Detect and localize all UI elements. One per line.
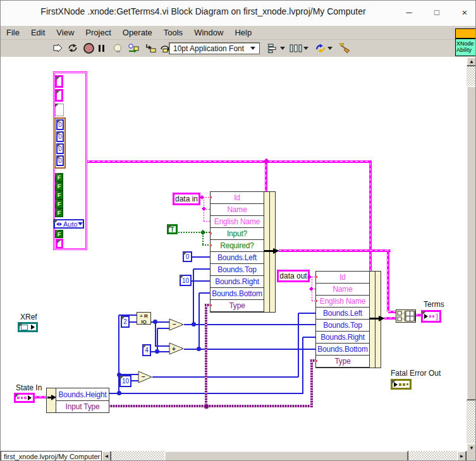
unbundle-field[interactable]: Input Type bbox=[56, 400, 109, 412]
numeric-wire[interactable] bbox=[302, 337, 303, 394]
numeric-wire[interactable] bbox=[151, 351, 169, 352]
boolean-true-constant[interactable]: T bbox=[167, 224, 178, 234]
bundle-field[interactable]: Type bbox=[316, 356, 369, 368]
xref-label[interactable]: XRef bbox=[20, 313, 37, 321]
boolean-false-constant[interactable]: F bbox=[55, 191, 63, 200]
scrollbar-track[interactable] bbox=[467, 66, 476, 443]
numeric-constant[interactable]: 2 bbox=[121, 316, 130, 328]
boolean-false-constant[interactable]: F bbox=[55, 208, 63, 217]
enum-constant-auto[interactable]: Auto bbox=[54, 219, 84, 229]
boolean-false-constant[interactable]: F bbox=[55, 173, 63, 182]
cluster-wire[interactable] bbox=[87, 160, 372, 163]
string-constant[interactable] bbox=[55, 89, 63, 102]
cluster-wire[interactable] bbox=[279, 249, 391, 252]
wire-junction[interactable] bbox=[204, 404, 209, 409]
bundle-field[interactable]: Bounds.Right bbox=[316, 332, 369, 344]
numeric-wire[interactable] bbox=[303, 337, 315, 338]
type-wire[interactable] bbox=[205, 304, 207, 407]
bundle-field[interactable]: Bounds.Bottom bbox=[211, 288, 264, 300]
string-constant[interactable] bbox=[55, 75, 63, 88]
bundle-field[interactable]: Name bbox=[211, 204, 264, 216]
bundle-field[interactable]: Bounds.Top bbox=[316, 320, 369, 332]
type-wire[interactable] bbox=[310, 359, 313, 407]
state-in-label[interactable]: State In bbox=[16, 383, 42, 392]
numeric-wire[interactable] bbox=[193, 269, 194, 325]
cluster-wire[interactable] bbox=[369, 160, 372, 272]
subtract-node[interactable]: − bbox=[138, 371, 153, 383]
bundle-field[interactable]: Type bbox=[211, 300, 264, 312]
numeric-constant[interactable]: 10 bbox=[180, 275, 192, 286]
data-out-label[interactable]: data out bbox=[277, 270, 310, 282]
scrollbar-thumb[interactable] bbox=[164, 451, 408, 461]
bundle-field[interactable]: English Name bbox=[316, 296, 369, 308]
cluster-wire[interactable] bbox=[387, 249, 389, 312]
scroll-left-button[interactable]: ◄ bbox=[102, 451, 111, 461]
terms-indicator-terminal[interactable]: ] bbox=[421, 310, 441, 323]
terms-label[interactable]: Terms bbox=[424, 300, 444, 309]
string-constant[interactable] bbox=[56, 239, 63, 249]
bundle-field[interactable]: Input? bbox=[211, 228, 264, 240]
bundle-field[interactable]: Name bbox=[316, 284, 369, 296]
numeric-constant[interactable]: 10 bbox=[119, 375, 131, 387]
bundle-field[interactable]: English Name bbox=[211, 216, 264, 228]
empty-constant[interactable] bbox=[55, 104, 64, 116]
numeric-constant[interactable]: 4 bbox=[142, 344, 151, 356]
numeric-wire[interactable] bbox=[184, 324, 315, 325]
bundle-field[interactable]: Id bbox=[316, 272, 369, 284]
fatal-error-out-label[interactable]: Fatal Error Out bbox=[391, 369, 441, 378]
bundle-field[interactable]: Bounds.Right bbox=[211, 276, 264, 288]
project-tab[interactable]: first_xnode.lvproj/My Computer bbox=[1, 451, 102, 461]
type-wire[interactable] bbox=[108, 405, 313, 407]
subtract-node[interactable]: − bbox=[169, 318, 185, 331]
numeric-wire[interactable] bbox=[192, 256, 211, 258]
numeric-wire[interactable] bbox=[193, 268, 211, 270]
wire-junction[interactable] bbox=[192, 322, 196, 326]
numeric-constant[interactable]: 0 bbox=[183, 251, 192, 262]
unbundle-field[interactable]: Bounds.Height bbox=[56, 388, 109, 400]
boolean-false-constant[interactable]: F bbox=[55, 182, 63, 191]
bundle-field[interactable]: Required? bbox=[211, 240, 264, 252]
data-in-label[interactable]: data in bbox=[173, 193, 200, 205]
boolean-false-constant[interactable]: F bbox=[55, 200, 63, 208]
numeric-wire[interactable] bbox=[298, 313, 299, 377]
unbundle-by-name-node[interactable]: Bounds.Height Input Type bbox=[46, 388, 109, 413]
right-arrow-icon: ► bbox=[460, 453, 465, 459]
numeric-wire[interactable] bbox=[184, 349, 315, 350]
numeric-wire[interactable] bbox=[298, 313, 315, 314]
wire-junction[interactable] bbox=[117, 391, 121, 395]
numeric-wire[interactable] bbox=[157, 328, 169, 329]
bundle-field[interactable]: Bounds.Left bbox=[211, 252, 264, 264]
bundle-field[interactable]: Id bbox=[211, 192, 264, 204]
array-bracket-icon: ] bbox=[436, 313, 438, 320]
numeric-wire[interactable] bbox=[155, 322, 156, 347]
scrollbar-track[interactable] bbox=[111, 451, 457, 461]
fatal-error-out-terminal[interactable] bbox=[391, 379, 412, 390]
wire-junction[interactable] bbox=[200, 230, 205, 235]
wire-junction[interactable] bbox=[197, 347, 201, 351]
cluster-wire[interactable] bbox=[265, 160, 267, 192]
xref-terminal[interactable] bbox=[18, 322, 38, 332]
numeric-wire[interactable] bbox=[198, 293, 200, 349]
wire-junction[interactable] bbox=[153, 320, 157, 324]
bundle-field[interactable]: Bounds.Top bbox=[211, 264, 264, 276]
numeric-wire[interactable] bbox=[199, 292, 211, 294]
boolean-false-constant[interactable]: F bbox=[55, 230, 63, 238]
bundle-field[interactable]: Bounds.Left bbox=[316, 308, 369, 320]
numeric-wire[interactable] bbox=[191, 280, 211, 282]
scrollbar-thumb[interactable] bbox=[467, 86, 476, 400]
wire-junction[interactable] bbox=[155, 349, 159, 354]
cluster-wire[interactable] bbox=[384, 317, 396, 320]
build-array-node[interactable] bbox=[396, 309, 416, 323]
scroll-up-button[interactable]: ▲ bbox=[467, 57, 476, 66]
quotient-remainder-node[interactable]: ÷ R IQ bbox=[137, 312, 151, 325]
add-node[interactable]: + bbox=[169, 342, 185, 355]
bundle-field[interactable]: Bounds.Bottom bbox=[316, 344, 369, 356]
cluster-wire[interactable] bbox=[34, 396, 47, 398]
numeric-wire[interactable] bbox=[152, 376, 298, 378]
state-in-terminal[interactable] bbox=[14, 393, 35, 403]
scroll-right-button[interactable]: ► bbox=[457, 451, 467, 461]
numeric-constant[interactable]: 0 bbox=[56, 155, 64, 166]
numeric-constant[interactable]: 0 bbox=[56, 119, 64, 130]
numeric-constant[interactable]: 0 bbox=[56, 131, 64, 142]
numeric-constant[interactable]: 0 bbox=[56, 143, 64, 154]
